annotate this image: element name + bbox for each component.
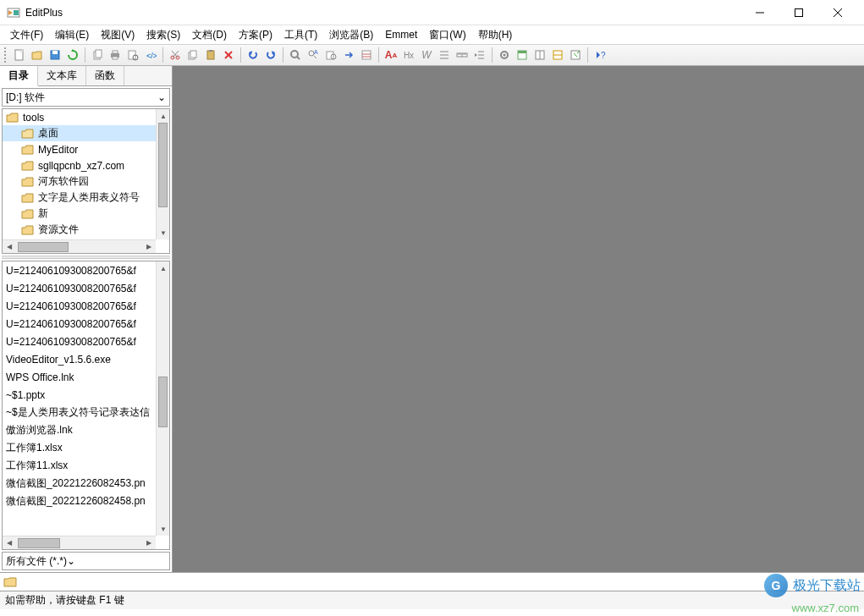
print-preview-icon[interactable] xyxy=(124,47,141,63)
scroll-thumb[interactable] xyxy=(158,377,168,427)
scroll-right-icon[interactable]: ▶ xyxy=(142,240,156,254)
window1-icon[interactable] xyxy=(514,47,531,63)
scroll-thumb[interactable] xyxy=(158,123,168,207)
tree-item[interactable]: 桌面 xyxy=(3,125,156,141)
indent-icon[interactable] xyxy=(471,47,488,63)
tree-item[interactable]: 资源文件 xyxy=(3,222,156,238)
menu-help[interactable]: 帮助(H) xyxy=(473,26,518,44)
file-item[interactable]: U=2124061093008200765&f xyxy=(3,279,156,297)
bookmark-icon[interactable] xyxy=(358,47,375,63)
open-file-icon[interactable] xyxy=(29,47,46,63)
find-replace-icon[interactable]: A xyxy=(305,47,322,63)
scroll-thumb[interactable] xyxy=(18,538,60,548)
copy-icon[interactable] xyxy=(89,47,106,63)
file-item[interactable]: WPS Office.lnk xyxy=(3,368,156,386)
html-icon[interactable]: </> xyxy=(142,47,159,63)
hex-icon[interactable]: Hx xyxy=(400,47,417,63)
linenumber-icon[interactable] xyxy=(436,47,453,63)
file-item[interactable]: U=2124061093008200765&f xyxy=(3,333,156,350)
tree-item[interactable]: 文字是人类用表义符号 xyxy=(3,190,156,206)
undo-icon[interactable] xyxy=(245,47,261,63)
find-icon[interactable] xyxy=(287,47,304,63)
file-item[interactable]: U=2124061093008200765&f xyxy=(3,315,156,333)
cut-icon[interactable] xyxy=(167,47,184,63)
tree-item-label: 桌面 xyxy=(38,126,58,140)
tree-item-label: tools xyxy=(23,112,44,124)
menu-document[interactable]: 文档(D) xyxy=(187,26,232,44)
file-item[interactable]: 傲游浏览器.lnk xyxy=(3,421,156,439)
panel-splitter[interactable] xyxy=(2,256,170,259)
menu-project[interactable]: 方案(P) xyxy=(234,26,278,44)
file-item[interactable]: VideoEditor_v1.5.6.exe xyxy=(3,350,156,368)
settings-icon[interactable] xyxy=(496,47,513,63)
tab-directory[interactable]: 目录 xyxy=(0,66,38,86)
svg-rect-24 xyxy=(209,50,212,52)
drive-selector[interactable]: [D:] 软件 ⌄ xyxy=(2,88,170,107)
window3-icon[interactable] xyxy=(549,47,566,63)
wordwrap-icon[interactable]: W xyxy=(418,47,435,63)
print-icon[interactable] xyxy=(107,47,124,63)
paste-icon[interactable] xyxy=(202,47,219,63)
menu-search[interactable]: 搜索(S) xyxy=(141,26,185,44)
tree-item[interactable]: MyEditor xyxy=(3,141,156,157)
goto-icon[interactable] xyxy=(340,47,357,63)
copy2-icon[interactable] xyxy=(184,47,201,63)
menu-file[interactable]: 文件(F) xyxy=(5,26,48,44)
file-item[interactable]: 工作簿1.xlsx xyxy=(3,439,156,457)
drive-label: [D:] 软件 xyxy=(6,91,45,105)
refresh-icon[interactable] xyxy=(64,47,81,63)
tree-scrollbar-v[interactable]: ▲ ▼ xyxy=(156,109,169,239)
redo-icon[interactable] xyxy=(262,47,279,63)
tab-textlib[interactable]: 文本库 xyxy=(38,66,86,85)
scroll-up-icon[interactable]: ▲ xyxy=(157,109,170,123)
find-files-icon[interactable] xyxy=(322,47,339,63)
file-item[interactable]: U=2124061093008200765&f xyxy=(3,261,156,279)
scroll-up-icon[interactable]: ▲ xyxy=(157,261,170,275)
minimize-button[interactable] xyxy=(740,0,779,25)
scroll-down-icon[interactable]: ▼ xyxy=(157,226,170,239)
tree-scrollbar-h[interactable]: ◀ ▶ xyxy=(3,239,156,253)
toolbar-separator xyxy=(492,47,493,63)
tree-item[interactable]: tools xyxy=(3,109,156,125)
file-item[interactable]: 微信截图_20221226082453.pn xyxy=(3,475,156,492)
close-button[interactable] xyxy=(818,0,857,25)
scroll-left-icon[interactable]: ◀ xyxy=(3,240,16,254)
file-scrollbar-h[interactable]: ◀ ▶ xyxy=(3,536,156,549)
tree-item[interactable]: sgllqpcnb_xz7.com xyxy=(3,157,156,173)
tab-functions[interactable]: 函数 xyxy=(86,66,124,85)
scroll-left-icon[interactable]: ◀ xyxy=(3,536,16,550)
window4-icon[interactable] xyxy=(567,47,584,63)
file-item[interactable]: U=2124061093008200765&f xyxy=(3,297,156,315)
scroll-right-icon[interactable]: ▶ xyxy=(142,536,156,550)
maximize-button[interactable] xyxy=(779,0,818,25)
tree-item[interactable]: 河东软件园 xyxy=(3,173,156,190)
menu-emmet[interactable]: Emmet xyxy=(380,27,422,42)
file-item[interactable]: 微信截图_20221226082458.pn xyxy=(3,492,156,510)
ruler-icon[interactable] xyxy=(454,47,471,63)
menu-window[interactable]: 窗口(W) xyxy=(424,26,471,44)
watermark-logo-icon: G xyxy=(764,574,788,597)
font-icon[interactable]: AA xyxy=(382,47,399,63)
svg-text:?: ? xyxy=(601,51,606,60)
file-filter-selector[interactable]: 所有文件 (*.*) ⌄ xyxy=(2,552,170,570)
tree-item[interactable]: 新 xyxy=(3,206,156,222)
menu-edit[interactable]: 编辑(E) xyxy=(50,26,94,44)
folder-icon xyxy=(21,160,35,172)
menu-view[interactable]: 视图(V) xyxy=(96,26,140,44)
scroll-thumb[interactable] xyxy=(18,242,69,252)
delete-icon[interactable] xyxy=(220,47,237,63)
file-item[interactable]: 工作簿11.xlsx xyxy=(3,457,156,475)
save-icon[interactable] xyxy=(47,47,63,63)
toolbar-handle[interactable] xyxy=(4,47,8,63)
menu-tools[interactable]: 工具(T) xyxy=(279,26,322,44)
file-item[interactable]: ~$1.pptx xyxy=(3,386,156,404)
path-bar[interactable] xyxy=(0,572,864,591)
menu-browser[interactable]: 浏览器(B) xyxy=(324,26,378,44)
window2-icon[interactable] xyxy=(531,47,548,63)
help-icon[interactable]: ? xyxy=(592,47,608,63)
new-file-icon[interactable] xyxy=(11,47,28,63)
scroll-down-icon[interactable]: ▼ xyxy=(157,522,170,536)
menu-bar: 文件(F) 编辑(E) 视图(V) 搜索(S) 文档(D) 方案(P) 工具(T… xyxy=(0,25,864,44)
file-scrollbar-v[interactable]: ▲ ▼ xyxy=(156,261,169,536)
file-item[interactable]: ~$是人类用表义符号记录表达信 xyxy=(3,404,156,421)
